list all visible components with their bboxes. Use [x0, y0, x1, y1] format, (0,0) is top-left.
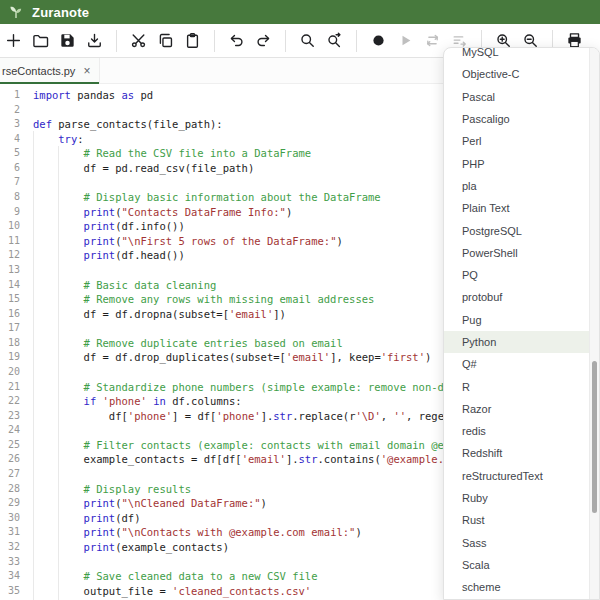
- dropdown-item-mysql[interactable]: MySQL: [444, 47, 589, 63]
- undo-button[interactable]: [224, 28, 249, 54]
- title-bar: Zuranote: [0, 0, 600, 24]
- dropdown-item-protobuf[interactable]: protobuf: [444, 286, 589, 308]
- open-folder-button[interactable]: [28, 28, 53, 54]
- line-number: 10: [0, 219, 20, 234]
- dropdown-scrollbar-track: [589, 48, 599, 599]
- dropdown-item-rust[interactable]: Rust: [444, 509, 589, 531]
- dropdown-item-pascal[interactable]: Pascal: [444, 86, 589, 108]
- dropdown-item-objective-c[interactable]: Objective-C: [444, 63, 589, 85]
- dropdown-item-pug[interactable]: Pug: [444, 309, 589, 331]
- paste-button[interactable]: [180, 28, 205, 54]
- dropdown-item-php[interactable]: PHP: [444, 152, 589, 174]
- dropdown-item-sass[interactable]: Sass: [444, 532, 589, 554]
- redo-button[interactable]: [251, 28, 276, 54]
- redo-arrow-icon: [255, 32, 272, 49]
- dropdown-item-perl[interactable]: Perl: [444, 130, 589, 152]
- tab-rsecontacts-py[interactable]: rseContacts.py ×: [0, 58, 100, 84]
- folder-icon: [32, 32, 49, 49]
- line-number: 9: [0, 205, 20, 220]
- dropdown-scrollbar-thumb[interactable]: [592, 361, 597, 513]
- dropdown-item-pascaligo[interactable]: Pascaligo: [444, 108, 589, 130]
- download-button[interactable]: [82, 28, 107, 54]
- dropdown-item-scala[interactable]: Scala: [444, 554, 589, 576]
- line-number: 28: [0, 482, 20, 497]
- new-file-button[interactable]: [1, 28, 26, 54]
- sprout-icon: [8, 4, 24, 20]
- dropdown-item-q-[interactable]: Q#: [444, 353, 589, 375]
- line-number: 13: [0, 263, 20, 278]
- undo-arrow-icon: [228, 32, 245, 49]
- clipboard-icon: [184, 32, 201, 49]
- line-number: 33: [0, 555, 20, 570]
- line-number: 5: [0, 146, 20, 161]
- line-number: 32: [0, 540, 20, 555]
- line-number: 26: [0, 452, 20, 467]
- loop-icon: [424, 32, 441, 49]
- dropdown-item-scheme[interactable]: scheme: [444, 576, 589, 598]
- language-dropdown-menu: MySQLObjective-CPascalPascaligoPerlPHPpl…: [443, 47, 600, 600]
- line-number: 21: [0, 380, 20, 395]
- line-number: 1: [0, 88, 20, 103]
- line-number: 16: [0, 307, 20, 322]
- toolbar-separator: [116, 30, 117, 52]
- line-number: 35: [0, 584, 20, 599]
- dropdown-item-r[interactable]: R: [444, 375, 589, 397]
- line-number: 20: [0, 365, 20, 380]
- line-number: 3: [0, 117, 20, 132]
- dropdown-item-restructuredtext[interactable]: reStructuredText: [444, 465, 589, 487]
- line-number: 2: [0, 103, 20, 118]
- copy-button[interactable]: [153, 28, 178, 54]
- line-number: 31: [0, 525, 20, 540]
- toolbar-separator: [214, 30, 215, 52]
- dropdown-item-plain-text[interactable]: Plain Text: [444, 197, 589, 219]
- line-number: 24: [0, 423, 20, 438]
- line-number: 34: [0, 569, 20, 584]
- line-number: 18: [0, 336, 20, 351]
- dropdown-item-redis[interactable]: redis: [444, 420, 589, 442]
- line-number: 30: [0, 511, 20, 526]
- line-number: 11: [0, 234, 20, 249]
- indent-guide-level1: [33, 131, 34, 600]
- copy-icon: [157, 32, 174, 49]
- cut-button[interactable]: [126, 28, 151, 54]
- line-number: 27: [0, 467, 20, 482]
- record-dot-icon: [370, 32, 387, 49]
- dropdown-item-razor[interactable]: Razor: [444, 398, 589, 420]
- tab-close-icon[interactable]: ×: [83, 65, 90, 77]
- play-icon: [397, 32, 414, 49]
- scissors-icon: [130, 32, 147, 49]
- dropdown-item-powershell[interactable]: PowerShell: [444, 242, 589, 264]
- line-number: 4: [0, 132, 20, 147]
- dropdown-item-redshift[interactable]: Redshift: [444, 442, 589, 464]
- line-number: 6: [0, 161, 20, 176]
- line-number: 7: [0, 175, 20, 190]
- line-number: 29: [0, 496, 20, 511]
- line-number: 12: [0, 248, 20, 263]
- loop-button: [420, 28, 445, 54]
- line-number: 15: [0, 292, 20, 307]
- dropdown-item-ruby[interactable]: Ruby: [444, 487, 589, 509]
- find-replace-button[interactable]: [322, 28, 347, 54]
- floppy-icon: [59, 32, 76, 49]
- line-number: 8: [0, 190, 20, 205]
- dropdown-item-postgresql[interactable]: PostgreSQL: [444, 219, 589, 241]
- find-button[interactable]: [295, 28, 320, 54]
- dropdown-item-python[interactable]: Python: [444, 331, 589, 353]
- toolbar-separator: [285, 30, 286, 52]
- toolbar-separator: [356, 30, 357, 52]
- magnifier-icon: [299, 32, 316, 49]
- dropdown-item-pq[interactable]: PQ: [444, 264, 589, 286]
- line-number: 19: [0, 350, 20, 365]
- save-button[interactable]: [55, 28, 80, 54]
- line-number: 23: [0, 409, 20, 424]
- indent-guide-level2: [58, 146, 59, 600]
- dropdown-item-pla[interactable]: pla: [444, 175, 589, 197]
- app-title: Zuranote: [32, 5, 89, 20]
- plus-icon: [5, 32, 22, 49]
- line-number: 25: [0, 438, 20, 453]
- tab-label: rseContacts.py: [2, 65, 75, 77]
- download-icon: [86, 32, 103, 49]
- run-button: [393, 28, 418, 54]
- line-number: 14: [0, 278, 20, 293]
- record-button[interactable]: [366, 28, 391, 54]
